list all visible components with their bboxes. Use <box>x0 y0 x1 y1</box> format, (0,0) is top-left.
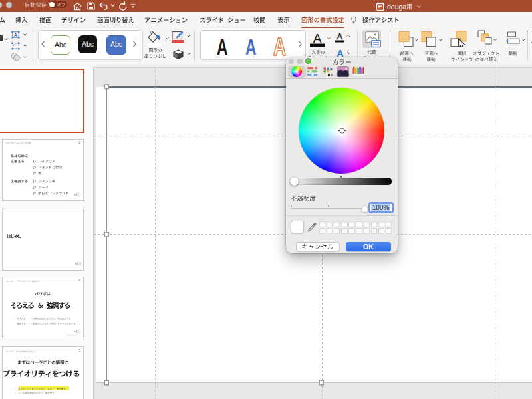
svg-text:A: A <box>273 33 286 57</box>
svg-text:A: A <box>245 34 257 56</box>
svg-text:A: A <box>14 32 18 38</box>
svg-text:A: A <box>217 34 228 56</box>
svg-text:A: A <box>337 32 343 41</box>
svg-text:A: A <box>313 31 322 45</box>
